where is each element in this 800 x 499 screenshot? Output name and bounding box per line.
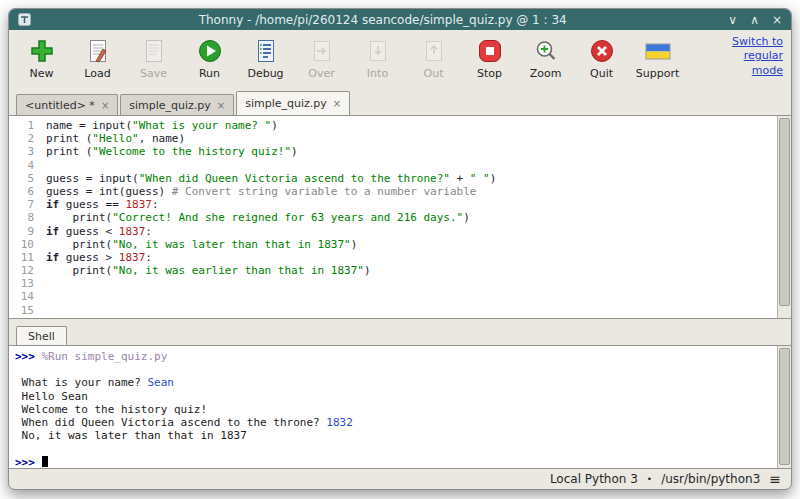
toolbar-button-label: Run <box>199 67 220 80</box>
tab-simple-quiz-py[interactable]: simple_quiz.py× <box>120 94 234 115</box>
code-line: if guess > 1837: <box>46 251 777 264</box>
line-number: 5 <box>9 172 34 185</box>
separator-dot: • <box>647 474 652 484</box>
code-line: print("No, it was later than that in 183… <box>46 238 777 251</box>
toolbar-button-label: Save <box>140 67 167 80</box>
thonny-window: Thonny - /home/pi/260124 seancode/simple… <box>8 8 792 490</box>
tab-close-icon[interactable]: × <box>217 100 225 111</box>
step-out-icon <box>421 36 447 66</box>
run-icon <box>197 36 223 66</box>
statusbar: Local Python 3 • /usr/bin/python3 ≡ <box>9 469 791 489</box>
shell-cursor <box>42 456 48 467</box>
thonny-logo-icon <box>18 13 31 26</box>
code-line: name = input("What is your name? ") <box>46 119 777 132</box>
toolbar-button-save: Save <box>129 34 178 80</box>
interpreter-label[interactable]: Local Python 3 <box>550 472 638 486</box>
toolbar-button-new[interactable]: New <box>17 34 66 80</box>
line-number: 6 <box>9 185 34 198</box>
line-number: 3 <box>9 145 34 158</box>
interpreter-path[interactable]: /usr/bin/python3 <box>661 472 760 486</box>
shell-tab[interactable]: Shell <box>16 326 67 345</box>
toolbar-button-debug[interactable]: Debug <box>241 34 290 80</box>
shell-line: No, it was later than that in 1837 <box>15 429 777 442</box>
line-number: 11 <box>9 251 34 264</box>
tab-label: simple_quiz.py <box>245 97 327 110</box>
code-line: guess = int(guess) # Convert string vari… <box>46 185 777 198</box>
code-line: print ("Welcome to the history quiz!") <box>46 145 777 158</box>
maximize-icon[interactable]: ∧ <box>750 14 759 26</box>
shell-header: Shell <box>9 326 791 345</box>
stop-icon <box>477 36 503 66</box>
line-number: 9 <box>9 225 34 238</box>
toolbar-button-stop[interactable]: Stop <box>465 34 514 80</box>
line-number: 4 <box>9 159 34 172</box>
toolbar-button-over: Over <box>297 34 346 80</box>
editor-vertical-scrollbar[interactable] <box>777 116 791 318</box>
debug-icon <box>253 36 279 66</box>
zoom-icon <box>533 36 559 66</box>
code-line: if guess < 1837: <box>46 225 777 238</box>
line-number: 10 <box>9 238 34 251</box>
toolbar: NewLoadSaveRunDebugOverIntoOutStopZoomQu… <box>9 30 791 90</box>
toolbar-button-label: Support <box>636 67 679 80</box>
line-number-gutter: 123456789101112131415 <box>9 116 41 318</box>
titlebar[interactable]: Thonny - /home/pi/260124 seancode/simple… <box>9 9 791 30</box>
toolbar-button-into: Into <box>353 34 402 80</box>
shell-line: >>> <box>15 456 777 469</box>
window-title: Thonny - /home/pi/260124 seancode/simple… <box>37 13 728 27</box>
load-file-icon <box>85 36 111 66</box>
shell-tab-label: Shell <box>28 330 55 343</box>
code-line <box>46 159 777 172</box>
shell-line <box>15 442 777 455</box>
toolbar-button-load[interactable]: Load <box>73 34 122 80</box>
line-number: 13 <box>9 277 34 290</box>
editor-scrollbar-thumb[interactable] <box>779 118 790 306</box>
tab-close-icon[interactable]: × <box>101 100 109 111</box>
switch-mode-link[interactable]: Switch to regular mode <box>717 34 783 78</box>
toolbar-button-label: Quit <box>590 67 613 80</box>
shell-scrollbar-thumb[interactable] <box>779 348 790 465</box>
minimize-icon[interactable]: ∨ <box>728 14 737 26</box>
toolbar-button-label: Out <box>424 67 444 80</box>
code-line: print("Correct! And she reigned for 63 y… <box>46 211 777 224</box>
line-number: 2 <box>9 132 34 145</box>
toolbar-button-support[interactable]: Support <box>633 34 682 80</box>
code-editor[interactable]: 123456789101112131415 name = input("What… <box>9 115 791 319</box>
tab-label: simple_quiz.py <box>129 99 211 112</box>
quit-icon <box>589 36 615 66</box>
shell-output[interactable]: >>> %Run simple_quiz.py What is your nam… <box>9 346 777 468</box>
code-area[interactable]: name = input("What is your name? ")print… <box>41 116 777 318</box>
tab-close-icon[interactable]: × <box>333 98 341 109</box>
code-line: print("No, it was earlier than that in 1… <box>46 264 777 277</box>
code-line: if guess == 1837: <box>46 198 777 211</box>
shell-vertical-scrollbar[interactable] <box>777 346 791 468</box>
code-line: guess = input("When did Queen Victoria a… <box>46 172 777 185</box>
toolbar-button-out: Out <box>409 34 458 80</box>
tab-simple-quiz-py[interactable]: simple_quiz.py× <box>236 91 350 115</box>
shell-panel: >>> %Run simple_quiz.py What is your nam… <box>9 345 791 469</box>
tab-untitled[interactable]: <untitled> *× <box>16 94 118 115</box>
window-controls: ∨ ∧ × <box>728 14 782 26</box>
tab-label: <untitled> * <box>25 99 95 112</box>
code-line: print ("Hello", name) <box>46 132 777 145</box>
shell-line <box>15 363 777 376</box>
close-icon[interactable]: × <box>772 14 782 26</box>
toolbar-button-quit[interactable]: Quit <box>577 34 626 80</box>
support-flag-icon <box>645 36 671 66</box>
new-file-icon <box>29 36 55 66</box>
toolbar-buttons: NewLoadSaveRunDebugOverIntoOutStopZoomQu… <box>17 34 682 80</box>
toolbar-button-label: New <box>30 67 54 80</box>
save-file-icon <box>141 36 167 66</box>
editor-shell-splitter[interactable] <box>9 319 791 326</box>
toolbar-button-label: Debug <box>247 67 283 80</box>
line-number: 15 <box>9 304 34 317</box>
toolbar-button-label: Into <box>367 67 388 80</box>
toolbar-button-run[interactable]: Run <box>185 34 234 80</box>
code-line <box>46 290 777 303</box>
toolbar-button-label: Over <box>308 67 334 80</box>
shell-line: >>> %Run simple_quiz.py <box>15 350 777 363</box>
shell-line: Welcome to the history quiz! <box>15 403 777 416</box>
backend-menu-icon[interactable]: ≡ <box>769 471 781 487</box>
toolbar-button-zoom[interactable]: Zoom <box>521 34 570 80</box>
step-into-icon <box>365 36 391 66</box>
